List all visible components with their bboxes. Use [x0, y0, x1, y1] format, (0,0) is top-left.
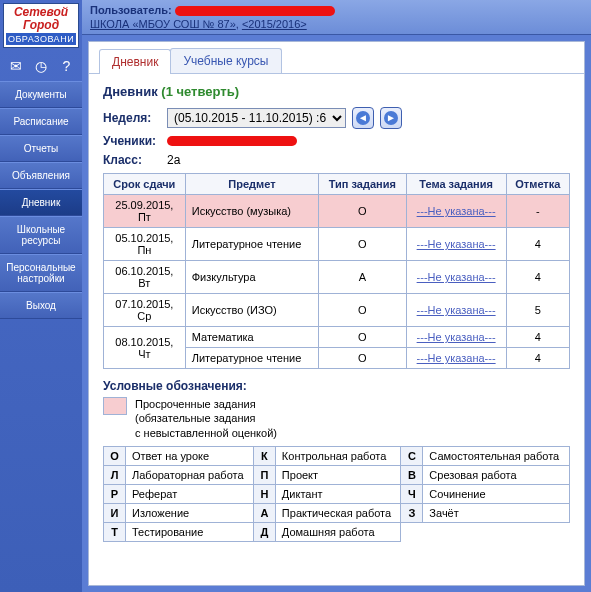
cell-topic: ---Не указана--- [406, 195, 506, 228]
nav-item[interactable]: Расписание [0, 108, 82, 135]
logo-sub: ОБРАЗОВАНИ [6, 33, 76, 45]
cell-mark: 4 [506, 261, 569, 294]
col-type: Тип задания [319, 174, 406, 195]
nav-item[interactable]: Объявления [0, 162, 82, 189]
type-desc: Срезовая работа [423, 465, 570, 484]
logo-line2: Город [6, 19, 76, 31]
nav-item[interactable]: Выход [0, 292, 82, 319]
cell-date: 06.10.2015,Вт [104, 261, 186, 294]
redacted-student [167, 136, 297, 146]
week-select[interactable]: (05.10.2015 - 11.10.2015) :6 [167, 108, 346, 128]
cell-topic: ---Не указана--- [406, 228, 506, 261]
page-title: Дневник (1 четверть) [103, 84, 570, 99]
assignments-table: Срок сдачи Предмет Тип задания Тема зада… [103, 173, 570, 369]
next-week-button[interactable]: ► [380, 107, 402, 129]
logo-line1: Сетевой [6, 6, 76, 18]
type-desc: Проект [275, 465, 401, 484]
type-code: К [253, 446, 275, 465]
type-code: З [401, 503, 423, 522]
type-desc: Зачёт [423, 503, 570, 522]
type-desc: Диктант [275, 484, 401, 503]
topic-link[interactable]: ---Не указана--- [417, 352, 496, 364]
cell-mark: 5 [506, 294, 569, 327]
cell-type: О [319, 294, 406, 327]
col-mark: Отметка [506, 174, 569, 195]
cell-date: 08.10.2015,Чт [104, 327, 186, 369]
students-label: Ученики: [103, 134, 161, 148]
col-topic: Тема задания [406, 174, 506, 195]
cell-mark: - [506, 195, 569, 228]
cell-subject: Литературное чтение [185, 348, 318, 369]
cell-type: О [319, 327, 406, 348]
topic-link[interactable]: ---Не указана--- [417, 205, 496, 217]
type-code: П [253, 465, 275, 484]
type-desc: Практическая работа [275, 503, 401, 522]
cell-subject: Искусство (музыка) [185, 195, 318, 228]
legend-overdue-text: Просроченные задания (обязательные задан… [135, 397, 277, 440]
cell-subject: Литературное чтение [185, 228, 318, 261]
redacted-user [175, 6, 335, 16]
sidebar: Сетевой Город ОБРАЗОВАНИ ✉ ◷ ? Документы… [0, 0, 82, 592]
type-code: Т [104, 522, 126, 541]
topic-link[interactable]: ---Не указана--- [417, 331, 496, 343]
table-row: 08.10.2015,ЧтМатематикаО---Не указана---… [104, 327, 570, 348]
cell-type: А [319, 261, 406, 294]
help-icon[interactable]: ? [56, 56, 76, 76]
nav-item[interactable]: Школьные ресурсы [0, 216, 82, 254]
topic-link[interactable]: ---Не указана--- [417, 238, 496, 250]
col-due: Срок сдачи [104, 174, 186, 195]
type-desc: Контрольная работа [275, 446, 401, 465]
topic-link[interactable]: ---Не указана--- [417, 271, 496, 283]
cell-date: 07.10.2015,Ср [104, 294, 186, 327]
table-row: 25.09.2015,ПтИскусство (музыка)О---Не ук… [104, 195, 570, 228]
nav-item[interactable]: Отчеты [0, 135, 82, 162]
cell-date: 25.09.2015,Пт [104, 195, 186, 228]
cell-type: О [319, 348, 406, 369]
table-row: 07.10.2015,СрИскусство (ИЗО)О---Не указа… [104, 294, 570, 327]
type-desc: Сочинение [423, 484, 570, 503]
tab[interactable]: Дневник [99, 49, 171, 74]
logo: Сетевой Город ОБРАЗОВАНИ [3, 3, 79, 48]
prev-week-button[interactable]: ◄ [352, 107, 374, 129]
legend-title: Условные обозначения: [103, 379, 570, 393]
tab[interactable]: Учебные курсы [170, 48, 281, 73]
type-desc: Домашняя работа [275, 522, 401, 541]
type-code: Л [104, 465, 126, 484]
icon-row: ✉ ◷ ? [0, 51, 82, 81]
topic-link[interactable]: ---Не указана--- [417, 304, 496, 316]
table-row: 06.10.2015,ВтФизкультураА---Не указана--… [104, 261, 570, 294]
cell-mark: 4 [506, 228, 569, 261]
school-link[interactable]: ШКОЛА «МБОУ СОШ № 87» [90, 18, 236, 30]
type-code: С [401, 446, 423, 465]
cell-topic: ---Не указана--- [406, 261, 506, 294]
type-desc: Самостоятельная работа [423, 446, 570, 465]
week-label: Неделя: [103, 111, 161, 125]
table-row: 05.10.2015,ПнЛитературное чтениеО---Не у… [104, 228, 570, 261]
col-subject: Предмет [185, 174, 318, 195]
cell-mark: 4 [506, 327, 569, 348]
cell-subject: Физкультура [185, 261, 318, 294]
type-desc: Изложение [126, 503, 254, 522]
type-code: Н [253, 484, 275, 503]
nav-item[interactable]: Персональные настройки [0, 254, 82, 292]
year-link[interactable]: <2015/2016> [242, 18, 307, 30]
nav-item[interactable]: Документы [0, 81, 82, 108]
header-bar: Пользователь: ШКОЛА «МБОУ СОШ № 87», <20… [82, 0, 591, 35]
tabs-row: ДневникУчебные курсы [89, 42, 584, 74]
cell-topic: ---Не указана--- [406, 348, 506, 369]
cell-type: О [319, 228, 406, 261]
mail-icon[interactable]: ✉ [6, 56, 26, 76]
type-desc: Тестирование [126, 522, 254, 541]
cell-type: О [319, 195, 406, 228]
cell-topic: ---Не указана--- [406, 294, 506, 327]
type-desc: Реферат [126, 484, 254, 503]
type-code: Р [104, 484, 126, 503]
type-code: А [253, 503, 275, 522]
user-label: Пользователь: [90, 4, 172, 16]
class-value: 2а [167, 153, 180, 167]
cell-date: 05.10.2015,Пн [104, 228, 186, 261]
type-code: О [104, 446, 126, 465]
cell-subject: Математика [185, 327, 318, 348]
nav-item[interactable]: Дневник [0, 189, 82, 216]
globe-icon[interactable]: ◷ [31, 56, 51, 76]
